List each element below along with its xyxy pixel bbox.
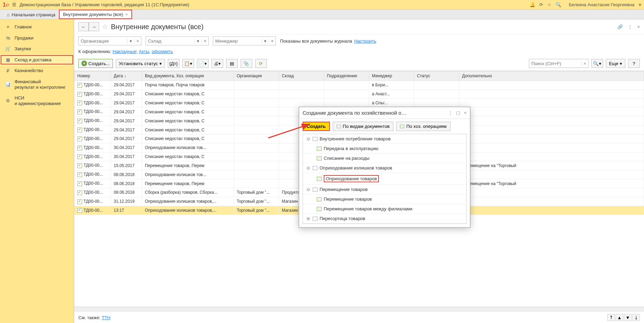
dt-icon[interactable]: {Дт} — [168, 59, 180, 68]
col-header[interactable]: Дополнительно — [459, 71, 644, 81]
operation-tree[interactable]: ⊖Внутреннее потребление товаровПередача … — [303, 134, 467, 224]
col-header[interactable]: Склад — [279, 71, 324, 81]
page-close-icon[interactable]: × — [637, 24, 640, 29]
by-op-button[interactable]: По хоз. операциям — [396, 122, 450, 131]
filter-organization[interactable]: ▾ × — [78, 36, 141, 45]
by-doc-button[interactable]: По видам документов — [333, 122, 393, 131]
attach-icon[interactable]: 📎 — [241, 59, 252, 68]
close-icon[interactable]: × — [125, 12, 128, 17]
nav-forward-button[interactable]: → — [89, 22, 99, 31]
col-header[interactable]: Вид документа, Хоз. операция — [142, 71, 234, 81]
chevron-down-icon[interactable]: ▾ — [194, 38, 201, 44]
org-input[interactable] — [79, 38, 127, 44]
sidebar-item-0[interactable]: ≡Главное — [0, 21, 74, 33]
sklad-input[interactable] — [146, 38, 194, 44]
col-header[interactable]: Подразделение — [324, 71, 369, 81]
nav-icon: 🛒 — [5, 46, 11, 51]
set-status-button[interactable]: Установить статус ▾ — [116, 59, 165, 68]
tab-internal-docs[interactable]: Внутренние документы (все) × — [59, 10, 132, 19]
bell-icon[interactable]: 🔔 — [530, 2, 535, 7]
star-icon[interactable]: ☆ — [547, 2, 551, 7]
tree-item[interactable]: Перемещение товаров — [303, 194, 466, 204]
sidebar-item-3[interactable]: ▦Склад и доставка — [0, 54, 74, 66]
sidebar-item-1[interactable]: 🛍Продажи — [0, 33, 74, 44]
help-icon[interactable]: ? — [628, 59, 640, 68]
report-icon[interactable]: ▤ — [226, 59, 238, 68]
tab-home[interactable]: ⌂ Начальная страница — [3, 10, 59, 19]
main-menu-icon[interactable]: ☰ — [12, 2, 16, 7]
table-row[interactable]: ТД00-00...29.04.2017Порча товаров, Порча… — [75, 81, 644, 90]
col-header[interactable]: Дата ↓ — [111, 71, 142, 81]
search-box[interactable]: × — [529, 59, 589, 68]
tree-group[interactable]: ⊕Пересортица товаров — [303, 214, 466, 224]
expander-icon[interactable]: ⊖ — [306, 136, 311, 141]
akty-link[interactable]: Акты — [139, 49, 149, 54]
expander-icon[interactable]: ⊕ — [306, 216, 311, 221]
plus-icon: + — [81, 61, 87, 66]
table-row[interactable]: ТД00-00...29.04.2017Списание недостач то… — [75, 89, 644, 98]
tree-group[interactable]: ⊖Оприходование излишков товаров — [303, 163, 466, 173]
copy-icon[interactable]: 📋▾ — [182, 59, 194, 68]
maximize-icon[interactable]: ▢ — [456, 110, 460, 115]
page-down-icon[interactable]: ▼ — [624, 314, 632, 321]
print-icon[interactable]: 🖨▾ — [211, 59, 223, 68]
sidebar-item-5[interactable]: 📊Финансовыйрезультат и контроллинг — [0, 76, 74, 93]
nav-back-button[interactable]: ← — [78, 22, 89, 31]
tree-item[interactable]: Оприходование товаров — [303, 173, 466, 185]
history-icon[interactable]: ⟳ — [539, 2, 543, 7]
col-header[interactable]: Номер — [75, 71, 111, 81]
oformit-link[interactable]: оформить — [152, 49, 173, 54]
create-button[interactable]: + Создать... — [78, 59, 113, 68]
clear-icon[interactable]: × — [134, 38, 141, 44]
col-header[interactable]: Организация — [234, 71, 279, 81]
paste-icon[interactable]: 📄▾ — [197, 59, 209, 68]
filter-manager[interactable]: ▾ × — [213, 36, 276, 45]
favorite-icon[interactable]: ☆ — [102, 23, 108, 31]
cell: ТД00-00... — [75, 116, 111, 125]
expander-icon[interactable]: ⊖ — [306, 187, 311, 192]
kebab-icon[interactable]: ⋮ — [628, 24, 632, 29]
search-input[interactable] — [529, 61, 581, 66]
table-row[interactable]: ТД00-00...29.04.2017Списание недостач то… — [75, 98, 644, 107]
kebab-icon[interactable]: ⋮ — [448, 110, 453, 115]
nakladnye-link[interactable]: Накладные — [113, 49, 137, 54]
page-first-icon[interactable]: ⤒ — [607, 314, 615, 321]
sidebar-item-6[interactable]: ⚙НСИи администрирование — [0, 93, 74, 109]
close-icon[interactable]: × — [464, 110, 467, 115]
cell: 29.04.2017 — [111, 89, 142, 98]
tree-item[interactable]: Передача в эксплуатацию — [303, 144, 466, 154]
cell: 29.04.2017 — [111, 125, 142, 134]
ttn-link[interactable]: ТТН — [102, 315, 110, 320]
tree-item[interactable]: Списание на расходы — [303, 154, 466, 163]
dialog-create-button[interactable]: Создать — [303, 122, 330, 131]
status-icon — [77, 163, 82, 168]
tree-group[interactable]: ⊖Внутреннее потребление товаров — [303, 134, 466, 144]
configure-link[interactable]: Настроить — [354, 38, 376, 44]
clear-icon[interactable]: × — [269, 38, 276, 44]
page-last-icon[interactable]: ⤓ — [632, 314, 640, 321]
expander-icon[interactable]: ⊖ — [306, 165, 311, 171]
set-status-label: Установить статус — [119, 61, 158, 66]
col-header[interactable]: Менеджер — [369, 71, 414, 81]
clear-icon[interactable]: × — [201, 38, 208, 44]
sidebar-item-2[interactable]: 🛒Закупки — [0, 43, 74, 54]
h-scrollbar[interactable] — [74, 307, 644, 312]
clear-icon[interactable]: × — [581, 61, 588, 66]
col-header[interactable]: Статус — [414, 71, 459, 81]
equals-icon[interactable]: ≡ — [638, 2, 641, 7]
user-name[interactable]: Белкина Анастасия Георгиевна — [569, 2, 634, 7]
sidebar-item-4[interactable]: ₽Казначейство — [0, 65, 74, 76]
chevron-down-icon[interactable]: ▾ — [262, 38, 269, 44]
page-up-icon[interactable]: ▲ — [616, 314, 623, 321]
refresh-icon[interactable]: ⟳ — [255, 59, 267, 68]
cell — [324, 89, 369, 98]
tree-item[interactable]: Перемещение товаров между филиалами — [303, 204, 466, 214]
manager-input[interactable] — [213, 38, 262, 44]
search-icon[interactable]: 🔍 — [556, 2, 561, 7]
chevron-down-icon[interactable]: ▾ — [127, 38, 134, 44]
find-button[interactable]: 🔍▾ — [591, 59, 603, 68]
tree-group[interactable]: ⊖Перемещение товаров — [303, 185, 466, 194]
more-button[interactable]: Еще ▾ — [606, 59, 625, 68]
link-icon[interactable]: 🔗 — [617, 24, 623, 29]
filter-sklad[interactable]: ▾ × — [146, 36, 209, 45]
